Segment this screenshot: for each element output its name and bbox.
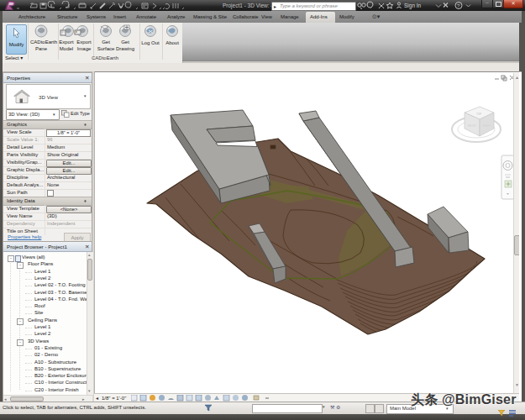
svg-text:FRONT: FRONT — [468, 124, 476, 128]
svg-text:?: ? — [457, 3, 460, 8]
svg-text:TOP: TOP — [476, 113, 481, 116]
svg-text:Sign In: Sign In — [404, 3, 422, 9]
svg-text:RIGHT: RIGHT — [483, 124, 491, 128]
